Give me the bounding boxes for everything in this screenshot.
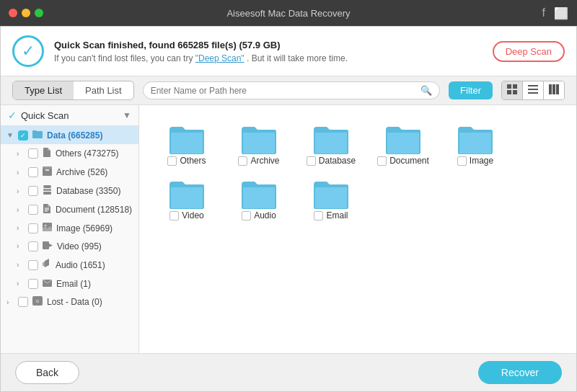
success-icon: ✓ bbox=[12, 35, 44, 67]
video-icon bbox=[43, 241, 53, 251]
toolbar-row: Type List Path List 🔍 Filter bbox=[1, 76, 576, 105]
app-title: Aiseesoft Mac Data Recovery bbox=[226, 8, 350, 19]
file-item-database[interactable]: Database bbox=[295, 117, 367, 172]
file-icon bbox=[43, 148, 51, 159]
file-item-bottom: Document bbox=[377, 156, 429, 166]
sidebar-lost-label: Lost - Data (0) bbox=[47, 297, 134, 307]
sidebar-item-image[interactable]: › Image (56969) bbox=[1, 219, 138, 237]
svg-rect-13 bbox=[43, 185, 51, 188]
file-item-bottom: Image bbox=[457, 156, 493, 166]
view-grid-button[interactable] bbox=[502, 81, 523, 99]
video-file-label: Video bbox=[182, 210, 203, 220]
archive-file-checkbox[interactable] bbox=[238, 156, 247, 166]
close-button[interactable] bbox=[9, 9, 17, 17]
sidebar-item-archive[interactable]: › Archive (526) bbox=[1, 163, 138, 182]
filter-button[interactable]: Filter bbox=[449, 81, 493, 99]
svg-rect-3 bbox=[513, 90, 517, 94]
sidebar-item-document[interactable]: › Document (128518) bbox=[1, 200, 138, 219]
scan-check-icon: ✓ bbox=[8, 110, 17, 121]
sidebar-item-lost[interactable]: › Lost - Data (0) bbox=[1, 293, 138, 311]
sidebar-item-video[interactable]: › Video (995) bbox=[1, 237, 138, 255]
database-checkbox[interactable] bbox=[28, 186, 38, 196]
expand-icon: ▼ bbox=[6, 131, 15, 139]
minimize-button[interactable] bbox=[22, 9, 30, 17]
sidebar-audio-label: Audio (1651) bbox=[56, 260, 134, 270]
archive-checkbox[interactable] bbox=[28, 167, 38, 177]
file-item-audio[interactable]: Audio bbox=[223, 172, 295, 226]
search-input[interactable] bbox=[151, 86, 416, 96]
back-button[interactable]: Back bbox=[15, 361, 79, 384]
main-message: Quick Scan finished, found 665285 file(s… bbox=[54, 40, 348, 50]
folder-icon bbox=[32, 130, 43, 141]
email-checkbox[interactable] bbox=[28, 279, 38, 289]
message-icon[interactable]: ⬜ bbox=[554, 6, 568, 20]
lost-checkbox[interactable] bbox=[18, 297, 28, 307]
video-file-checkbox[interactable] bbox=[169, 211, 179, 220]
email-file-label: Email bbox=[326, 210, 348, 220]
document-file-label: Document bbox=[389, 156, 429, 166]
svg-rect-4 bbox=[528, 85, 538, 86]
facebook-icon[interactable]: f bbox=[542, 6, 545, 20]
header-left: ✓ Quick Scan finished, found 665285 file… bbox=[12, 35, 348, 67]
recover-button[interactable]: Recover bbox=[478, 361, 562, 384]
others-checkbox[interactable] bbox=[28, 148, 38, 159]
video-checkbox[interactable] bbox=[28, 241, 38, 251]
file-item-image[interactable]: Image bbox=[439, 117, 511, 172]
deep-scan-link[interactable]: "Deep Scan" bbox=[195, 53, 245, 63]
sidebar-item-data[interactable]: ▼ ✓ Data (665285) bbox=[1, 126, 138, 144]
maximize-button[interactable] bbox=[35, 9, 43, 17]
sidebar-video-label: Video (995) bbox=[57, 241, 134, 251]
svg-rect-15 bbox=[43, 192, 51, 195]
expand-icon: › bbox=[6, 298, 15, 306]
file-item-bottom: Archive bbox=[238, 156, 279, 166]
document-file-checkbox[interactable] bbox=[377, 156, 387, 166]
others-file-checkbox[interactable] bbox=[167, 156, 177, 166]
file-item-bottom: Video bbox=[169, 210, 203, 220]
expand-icon: › bbox=[17, 169, 25, 177]
expand-icon: › bbox=[17, 206, 25, 214]
expand-icon: › bbox=[17, 261, 25, 269]
body-row: ✓ Quick Scan ▼ ▼ ✓ Data (665285) › bbox=[1, 105, 576, 353]
file-item-bottom: Others bbox=[167, 156, 206, 166]
traffic-lights bbox=[9, 9, 43, 17]
svg-point-26 bbox=[37, 300, 38, 302]
scan-selector[interactable]: ✓ Quick Scan ▼ bbox=[1, 105, 138, 126]
file-item-bottom: Database bbox=[307, 156, 356, 166]
scan-mode-label: Quick Scan bbox=[21, 110, 118, 121]
sidebar-document-label: Document (128518) bbox=[56, 205, 134, 215]
tab-path-list[interactable]: Path List bbox=[74, 81, 133, 99]
expand-icon: › bbox=[17, 280, 25, 288]
sidebar-item-database[interactable]: › Database (3350) bbox=[1, 182, 138, 200]
sidebar-item-email[interactable]: › Email (1) bbox=[1, 275, 138, 293]
view-columns-button[interactable] bbox=[544, 81, 564, 99]
image-icon bbox=[43, 223, 52, 233]
svg-rect-6 bbox=[528, 92, 538, 94]
deep-scan-button[interactable]: Deep Scan bbox=[493, 41, 565, 62]
tab-group: Type List Path List bbox=[12, 81, 134, 100]
view-list-button[interactable] bbox=[523, 81, 544, 99]
svg-rect-0 bbox=[507, 84, 511, 89]
file-item-video[interactable]: Video bbox=[151, 172, 223, 226]
file-item-email[interactable]: Email bbox=[295, 172, 367, 226]
document-checkbox[interactable] bbox=[28, 205, 38, 215]
audio-file-checkbox[interactable] bbox=[242, 211, 251, 220]
email-file-checkbox[interactable] bbox=[314, 211, 323, 220]
database-file-checkbox[interactable] bbox=[307, 156, 316, 166]
audio-checkbox[interactable] bbox=[28, 260, 38, 270]
others-file-label: Others bbox=[180, 156, 206, 166]
file-item-others[interactable]: Others bbox=[151, 117, 223, 172]
file-item-archive[interactable]: Archive bbox=[223, 117, 295, 172]
svg-rect-10 bbox=[43, 168, 52, 176]
sidebar-item-audio[interactable]: › Audio (1651) bbox=[1, 255, 138, 275]
file-item-bottom: Audio bbox=[242, 210, 276, 220]
svg-marker-22 bbox=[49, 244, 53, 247]
image-file-checkbox[interactable] bbox=[457, 156, 467, 166]
svg-rect-1 bbox=[513, 84, 517, 89]
svg-rect-9 bbox=[556, 84, 559, 94]
disk-icon bbox=[32, 296, 43, 308]
image-checkbox[interactable] bbox=[28, 223, 38, 233]
sidebar-item-others[interactable]: › Others (473275) bbox=[1, 144, 138, 163]
data-checkbox[interactable]: ✓ bbox=[18, 130, 28, 141]
tab-type-list[interactable]: Type List bbox=[13, 81, 74, 99]
file-item-document[interactable]: Document bbox=[367, 117, 439, 172]
